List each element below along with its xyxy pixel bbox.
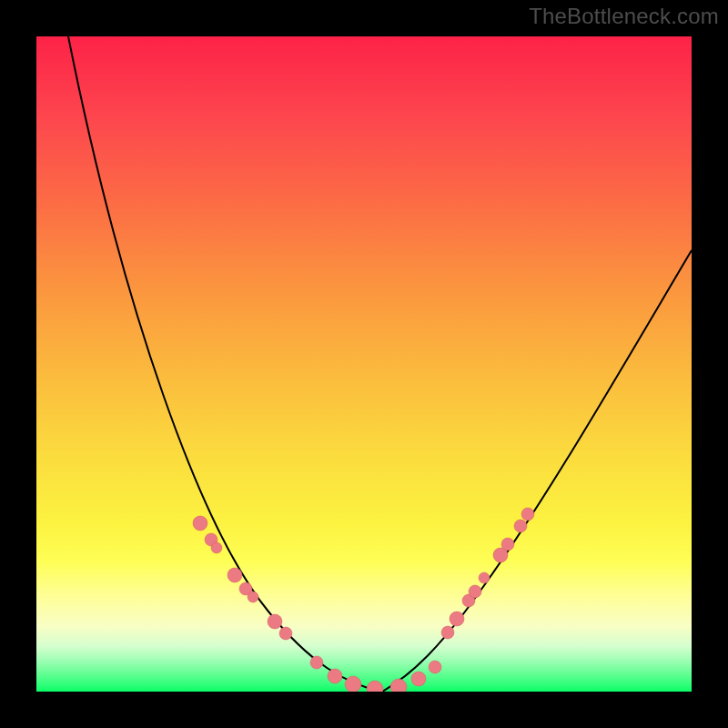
watermark-text: TheBottleneck.com: [529, 4, 719, 29]
data-marker: [441, 626, 454, 639]
data-marker: [193, 516, 207, 531]
data-marker: [390, 679, 407, 692]
left-curve: [68, 36, 382, 692]
data-marker: [328, 669, 342, 683]
data-marker: [268, 614, 282, 629]
data-marker: [514, 520, 527, 532]
data-marker: [429, 661, 441, 673]
markers-left: [193, 516, 323, 669]
data-marker: [521, 508, 534, 521]
data-marker: [450, 612, 464, 626]
markers-bottom: [328, 661, 441, 692]
right-curve: [382, 250, 692, 692]
data-marker: [411, 672, 426, 686]
curves-svg: [36, 36, 692, 692]
data-marker: [228, 568, 242, 582]
data-marker: [479, 572, 490, 583]
data-marker: [345, 676, 361, 692]
markers-right: [441, 508, 534, 639]
data-marker: [279, 627, 292, 640]
data-marker: [248, 592, 258, 602]
data-marker: [310, 656, 323, 669]
chart-frame: TheBottleneck.com: [0, 0, 728, 728]
plot-area: [36, 36, 692, 692]
data-marker: [469, 585, 481, 598]
data-marker: [211, 542, 222, 553]
data-marker: [501, 538, 514, 551]
data-marker: [367, 681, 383, 692]
